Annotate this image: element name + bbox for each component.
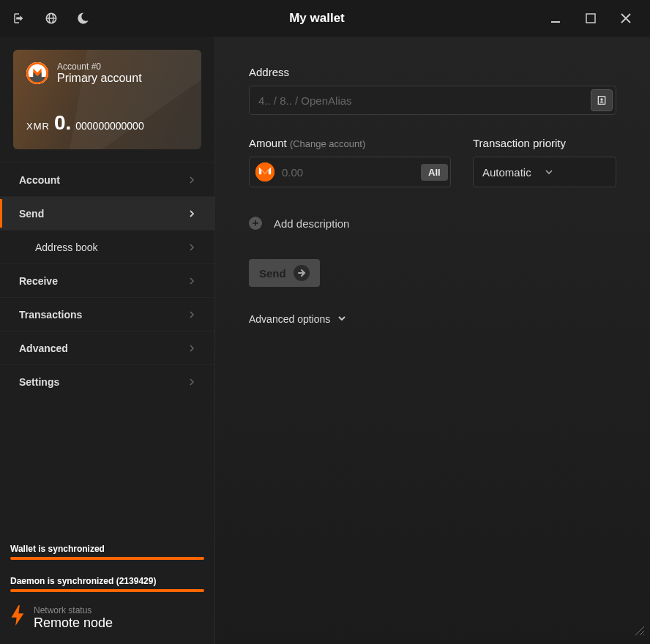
nav-send[interactable]: Send [0, 196, 214, 230]
svg-rect-0 [551, 21, 560, 23]
chevron-down-icon [545, 166, 607, 179]
nav-transactions[interactable]: Transactions [0, 297, 214, 331]
address-book-button[interactable] [591, 89, 613, 111]
chevron-right-icon [188, 174, 195, 186]
arrow-right-icon [294, 265, 310, 281]
chevron-right-icon [188, 309, 195, 321]
chevron-right-icon [188, 208, 195, 220]
account-number: Account #0 [57, 61, 142, 72]
account-name: Primary account [57, 72, 142, 85]
change-account-link[interactable]: (Change account) [290, 138, 365, 149]
wallet-sync-progress [10, 557, 204, 560]
svg-point-3 [255, 162, 274, 181]
wallet-sync-status: Wallet is synchronized [10, 544, 204, 554]
daemon-sync-progress [10, 589, 204, 592]
maximize-button[interactable] [577, 7, 605, 29]
chevron-right-icon [188, 275, 195, 287]
nav-receive[interactable]: Receive [0, 263, 214, 297]
daemon-sync-status: Daemon is synchronized (2139429) [10, 576, 204, 586]
resize-grip-icon[interactable] [634, 625, 646, 640]
nav-account[interactable]: Account [0, 162, 214, 196]
account-balance: XMR 0. 000000000000 [26, 111, 188, 135]
account-card[interactable]: Account #0 Primary account XMR 0. 000000… [13, 50, 201, 149]
add-description-button[interactable]: ＋ Add description [249, 217, 616, 230]
all-button[interactable]: All [421, 164, 448, 181]
globe-icon[interactable] [42, 10, 60, 27]
priority-label: Transaction priority [473, 137, 616, 149]
bolt-icon [10, 605, 25, 631]
chevron-right-icon [188, 342, 195, 354]
network-status-value: Remote node [34, 615, 113, 631]
address-label: Address [249, 66, 616, 78]
monero-icon [255, 162, 274, 181]
chevron-down-icon [337, 313, 346, 325]
amount-input[interactable] [274, 166, 421, 179]
nav-settings[interactable]: Settings [0, 364, 214, 398]
address-input[interactable] [258, 94, 591, 107]
address-input-wrap [249, 86, 616, 115]
plus-icon: ＋ [249, 217, 262, 230]
nav-advanced[interactable]: Advanced [0, 331, 214, 364]
chevron-right-icon [188, 376, 195, 388]
moon-icon[interactable] [75, 10, 92, 27]
priority-select[interactable]: Automatic [473, 157, 616, 187]
logout-icon[interactable] [10, 10, 28, 27]
advanced-options-toggle[interactable]: Advanced options [249, 313, 616, 325]
close-button[interactable] [612, 7, 640, 29]
chevron-right-icon [188, 242, 195, 253]
minimize-button[interactable] [542, 7, 569, 29]
monero-logo-icon [26, 62, 48, 84]
network-status-label: Network status [34, 605, 113, 615]
window-title: My wallet [92, 11, 542, 26]
nav-address-book[interactable]: Address book [0, 230, 214, 263]
amount-label: Amount (Change account) [249, 137, 451, 149]
send-button[interactable]: Send [249, 259, 320, 287]
svg-rect-1 [586, 14, 595, 23]
